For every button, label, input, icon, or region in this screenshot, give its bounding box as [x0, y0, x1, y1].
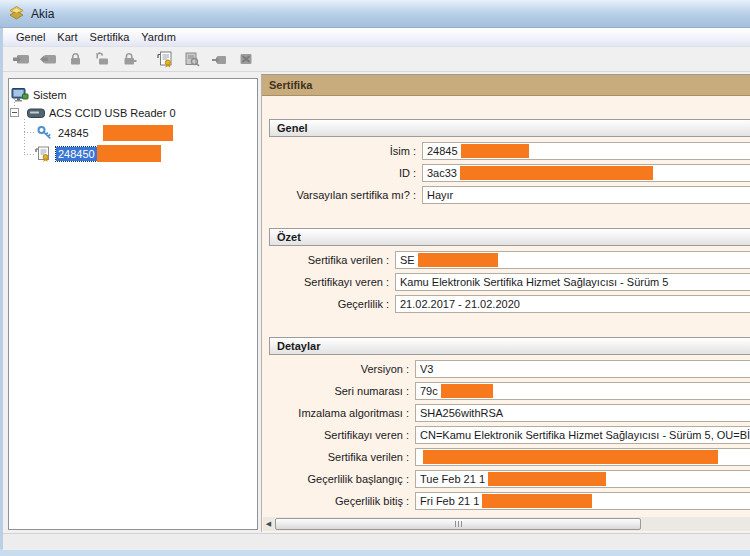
menu-bar: GenelKartSertifikaYardım [3, 28, 750, 47]
field-label: Sertifikayı veren : [269, 429, 415, 441]
field-value: V3 [420, 363, 433, 375]
window-frame-bottom [0, 549, 750, 556]
redaction-overlay [441, 384, 493, 398]
field-label: Sertifika verilen : [269, 451, 415, 463]
tree-node-label: 24845 [58, 127, 89, 139]
field-value-box[interactable]: 3ac33 [422, 164, 750, 182]
computer-icon [11, 87, 29, 103]
tree-node-reader[interactable]: ACS CCID USB Reader 0 [27, 104, 176, 121]
tree-node-certificate[interactable]: 248450 [34, 145, 161, 162]
redaction-overlay [460, 166, 653, 180]
field-value-box[interactable] [415, 448, 750, 466]
field-row: İsim :24845 [269, 142, 750, 160]
redaction-overlay [482, 494, 592, 508]
insert-card-button[interactable] [7, 47, 34, 71]
field-value-box[interactable]: V3 [415, 360, 750, 378]
menu-item-sertifika[interactable]: Sertifika [84, 28, 136, 47]
field-label: İsim : [269, 145, 422, 157]
field-value-box[interactable]: SE [395, 251, 750, 269]
field-row: Sertifikayı veren :CN=Kamu Elektronik Se… [269, 426, 750, 444]
redaction-overlay [418, 253, 498, 267]
login-button[interactable] [61, 47, 88, 71]
delete-certificate-button[interactable] [232, 47, 259, 71]
section-detaylar: DetaylarVersiyon :V3Seri numarası :79cIm… [269, 337, 750, 510]
field-row: ID :3ac33 [269, 164, 750, 182]
field-value-box[interactable]: 79c [415, 382, 750, 400]
certificate-icon [34, 146, 52, 162]
panel-title: Sertifika [262, 75, 750, 96]
field-value: Fri Feb 21 1 [420, 495, 479, 507]
sections: Genelİsim :24845ID :3ac33Varsayılan sert… [269, 96, 750, 514]
section-header: Detaylar [269, 337, 750, 355]
tree-node-system[interactable]: Sistem [11, 86, 67, 103]
field-row: Sertifikayı veren :Kamu Elektronik Serti… [269, 273, 750, 291]
insert-card-icon [12, 51, 30, 67]
field-row: Geçerlilik bitiş :Fri Feb 21 1 [269, 492, 750, 510]
field-value-box[interactable]: Fri Feb 21 1 [415, 492, 750, 510]
field-row: Seri numarası :79c [269, 382, 750, 400]
tree-connector [24, 119, 25, 155]
view-certificate-icon [156, 51, 174, 68]
field-value: 21.02.2017 - 21.02.2020 [400, 298, 520, 310]
field-value-box[interactable]: 21.02.2017 - 21.02.2020 [395, 295, 750, 313]
tree-node-label: ACS CCID USB Reader 0 [49, 107, 176, 119]
field-label: Versiyon : [269, 363, 415, 375]
redaction-overlay [461, 144, 529, 158]
field-label: Sertifikayı veren : [269, 276, 395, 288]
field-value-box[interactable]: Tue Feb 21 1 [415, 470, 750, 488]
section-özet: ÖzetSertifika verilen :SESertifikayı ver… [269, 228, 750, 313]
field-row: Geçerlilik başlangıç :Tue Feb 21 1 [269, 470, 750, 488]
toolbar [3, 47, 750, 72]
field-value: SE [400, 254, 415, 266]
field-label: Seri numarası : [269, 385, 415, 397]
scroll-left-arrow-icon[interactable]: ◀ [263, 517, 274, 531]
field-row: Imzalama algoritması :SHA256withRSA [269, 404, 750, 422]
change-pin-button[interactable] [88, 47, 115, 71]
tree-node-label: Sistem [33, 89, 67, 101]
field-row: Varsayılan sertifika mı? :Hayır [269, 186, 750, 204]
device-tree-panel[interactable]: Sistem ACS CCID USB Reader 0 24845 [8, 78, 258, 530]
field-value-box[interactable]: SHA256withRSA [415, 404, 750, 422]
menu-item-genel[interactable]: Genel [10, 28, 51, 47]
field-label: Geçerlilik : [269, 298, 395, 310]
field-row: Versiyon :V3 [269, 360, 750, 378]
tree-node-key[interactable]: 24845 [36, 124, 173, 141]
field-row: Sertifika verilen : [269, 448, 750, 466]
title-bar[interactable]: Akia [0, 0, 750, 28]
window-title: Akia [31, 7, 54, 21]
scrollbar-thumb[interactable] [275, 518, 641, 530]
field-value-box[interactable]: Hayır [422, 186, 750, 204]
key-icon [36, 125, 54, 141]
menu-item-kart[interactable]: Kart [51, 28, 83, 47]
field-value: Tue Feb 21 1 [420, 473, 485, 485]
logout-button[interactable] [115, 47, 142, 71]
field-label: Sertifika verilen : [269, 254, 395, 266]
field-value: SHA256withRSA [420, 407, 503, 419]
certificate-panel: Sertifika Genelİsim :24845ID :3ac33Varsa… [261, 74, 750, 532]
collapse-expander[interactable] [10, 108, 19, 117]
window-frame-left [0, 28, 3, 556]
field-label: Geçerlilik başlangıç : [269, 473, 415, 485]
section-genel: Genelİsim :24845ID :3ac33Varsayılan sert… [269, 119, 750, 204]
field-value: 79c [420, 385, 438, 397]
view-certificate-button[interactable] [151, 47, 178, 71]
field-value-box[interactable]: 24845 [422, 142, 750, 160]
import-certificate-icon [211, 51, 227, 67]
redaction-overlay [488, 472, 606, 486]
field-label: Imzalama algoritması : [269, 407, 415, 419]
field-value-box[interactable]: Kamu Elektronik Sertifika Hizmet Sağlayı… [395, 273, 750, 291]
import-certificate-button[interactable] [205, 47, 232, 71]
remove-card-button[interactable] [34, 47, 61, 71]
field-value-box[interactable]: CN=Kamu Elektronik Sertifika Hizmet Sağl… [415, 426, 750, 444]
field-row: Geçerlilik :21.02.2017 - 21.02.2020 [269, 295, 750, 313]
tree-connector [24, 132, 35, 133]
akia-window: Akia GenelKartSertifikaYardım Sistem [0, 0, 750, 556]
inspect-certificate-button[interactable] [178, 47, 205, 71]
menu-item-yardım[interactable]: Yardım [135, 28, 182, 47]
remove-card-icon [39, 51, 57, 67]
status-bar [3, 533, 750, 550]
horizontal-scrollbar[interactable]: ◀ [263, 517, 750, 531]
field-label: ID : [269, 167, 422, 179]
delete-certificate-icon [238, 51, 254, 67]
field-value: 3ac33 [427, 167, 457, 179]
